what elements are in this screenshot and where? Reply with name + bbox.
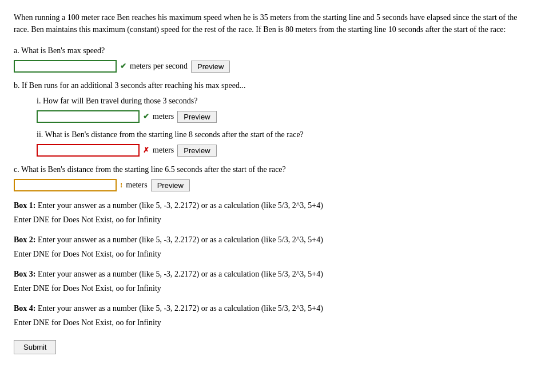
question-b-ii-answer-row: ✗ meters Preview <box>37 144 531 157</box>
question-b-ii-status-icon: ✗ <box>143 146 149 155</box>
question-c-answer-row: ! meters Preview <box>14 179 531 191</box>
question-b-ii: ii. What is Ben's distance from the star… <box>37 129 531 157</box>
question-c-input[interactable] <box>14 179 117 191</box>
question-b-ii-unit: meters <box>153 146 174 155</box>
question-b-ii-input[interactable] <box>37 144 140 157</box>
question-c-label: c. What is Ben's distance from the start… <box>14 163 531 175</box>
hints-section-2: Box 2: Enter your answer as a number (li… <box>14 234 531 260</box>
question-a-unit: meters per second <box>130 62 188 71</box>
question-a-status-icon: ✔ <box>120 62 126 71</box>
hint-box1-title: Box 1: <box>14 201 36 210</box>
question-a-label: a. What is Ben's max speed? <box>14 45 531 57</box>
hint-box2: Box 2: Enter your answer as a number (li… <box>14 234 531 246</box>
question-b-i-preview-button[interactable]: Preview <box>177 111 216 123</box>
hints-section: Box 1: Enter your answer as a number (li… <box>14 199 531 226</box>
hint-box3: Box 3: Enter your answer as a number (li… <box>14 268 531 280</box>
hint-box3-title: Box 3: <box>14 270 36 278</box>
hint-box2-text: Enter your answer as a number (like 5, -… <box>38 235 323 244</box>
hints-section-3: Box 3: Enter your answer as a number (li… <box>14 268 531 294</box>
hint-box4-text: Enter your answer as a number (like 5, -… <box>38 304 323 313</box>
hint-box1-line2: Enter DNE for Does Not Exist, oo for Inf… <box>14 214 531 226</box>
hint-box1: Box 1: Enter your answer as a number (li… <box>14 199 531 211</box>
question-b-i-label: i. How far will Ben travel during those … <box>37 95 531 107</box>
hint-box3-text: Enter your answer as a number (like 5, -… <box>38 270 323 278</box>
question-c-status-icon: ! <box>120 181 122 190</box>
hint-box4-line2: Enter DNE for Does Not Exist, oo for Inf… <box>14 317 531 329</box>
question-b-i-answer-row: ✔ meters Preview <box>37 110 531 123</box>
question-b-ii-preview-button[interactable]: Preview <box>177 145 216 157</box>
problem-description: When running a 100 meter race Ben reache… <box>14 11 531 35</box>
question-a-answer-row: ✔ meters per second Preview <box>14 60 531 73</box>
question-a-preview-button[interactable]: Preview <box>191 61 230 73</box>
question-a: a. What is Ben's max speed? ✔ meters per… <box>14 45 531 73</box>
question-b-i: i. How far will Ben travel during those … <box>37 95 531 123</box>
hint-box1-text: Enter your answer as a number (like 5, -… <box>38 201 323 210</box>
hint-box2-title: Box 2: <box>14 235 36 244</box>
submit-area: Submit <box>14 340 531 354</box>
question-a-input[interactable] <box>14 60 117 73</box>
hint-box4-title: Box 4: <box>14 304 36 313</box>
question-b-i-input[interactable] <box>37 110 140 123</box>
hint-box2-line2: Enter DNE for Does Not Exist, oo for Inf… <box>14 248 531 260</box>
submit-button[interactable]: Submit <box>14 340 56 354</box>
question-c-preview-button[interactable]: Preview <box>151 179 190 191</box>
hint-box3-line2: Enter DNE for Does Not Exist, oo for Inf… <box>14 282 531 294</box>
question-b-i-status-icon: ✔ <box>143 112 149 121</box>
question-b-label: b. If Ben runs for an additional 3 secon… <box>14 79 531 91</box>
hints-section-4: Box 4: Enter your answer as a number (li… <box>14 302 531 329</box>
question-c: c. What is Ben's distance from the start… <box>14 163 531 191</box>
question-b-i-unit: meters <box>153 112 174 121</box>
question-c-unit: meters <box>126 181 147 190</box>
question-b-ii-label: ii. What is Ben's distance from the star… <box>37 129 531 141</box>
question-b: b. If Ben runs for an additional 3 secon… <box>14 79 531 157</box>
hint-box4: Box 4: Enter your answer as a number (li… <box>14 302 531 314</box>
